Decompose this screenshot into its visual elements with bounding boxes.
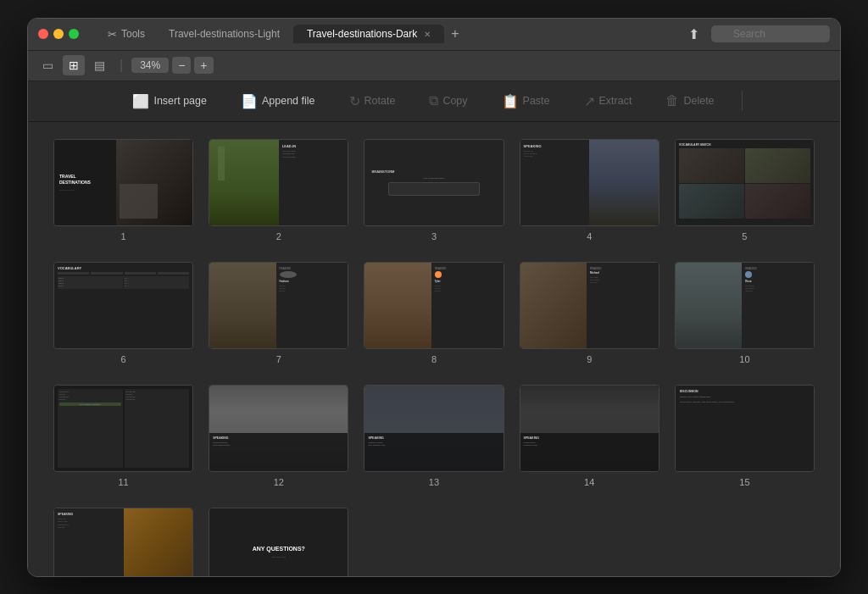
close-button[interactable] [38,29,48,39]
paste-icon: 📋 [502,93,519,109]
copy-button[interactable]: ⧉ Copy [422,90,474,112]
list-view-button[interactable]: ▤ [88,55,111,75]
slide-item[interactable]: READING Tyler text linetext linetext lin… [364,262,504,364]
view-toolbar: ▭ ⊞ ▤ | 34% − + [28,51,840,81]
slide-number: 10 [739,354,749,364]
slide-item[interactable]: SPEAKING speaking activitydiscussion pro… [520,385,659,487]
app-window: ✂ Tools Travel-destinations-Light Travel… [27,18,841,577]
slide-number: 15 [739,477,749,487]
toolbar-separator [742,91,743,111]
slide-thumbnail: ANY QUESTIONS? slide footer text [209,508,348,575]
slide-thumbnail: LEAD-IN • text line here• another line• … [209,139,348,226]
search-input[interactable] [711,25,830,42]
extract-icon: ↗ [584,93,595,109]
slide-thumbnail: VOCABULARY MATCH [675,139,815,226]
slide-item[interactable]: SPEAKING discussion questionabout speaki… [209,385,348,487]
titlebar: ✂ Tools Travel-destinations-Light Travel… [28,19,840,51]
slide-item[interactable]: READING Hudson text linetext linetext li… [209,262,348,364]
slide-number: 1 [121,231,126,241]
slide-item[interactable]: SPEAKING discussion questionabout speaki… [364,385,504,487]
slide-thumbnail: READING Hudson text linetext linetext li… [209,262,348,349]
slide-thumbnail: SPEAKING discussion questionabout speaki… [364,385,504,472]
slide-thumbnail: READING Michael text contenttext content… [520,262,659,349]
slide-item[interactable]: ANY QUESTIONS? slide footer text 17 [209,508,348,575]
slide-number: 3 [431,231,437,241]
insert-page-icon: ⬜ [132,93,149,109]
slide-thumbnail: READING Rosa text contenttext contentmor… [675,262,815,349]
slide-number: 4 [587,231,592,241]
single-view-button[interactable]: ▭ [36,55,59,75]
slide-number: 8 [431,354,437,364]
delete-button[interactable]: 🗑 Delete [659,90,721,112]
paste-button[interactable]: 📋 Paste [495,90,557,113]
tab-close-icon[interactable]: ✕ [424,30,431,39]
copy-icon: ⧉ [429,93,438,108]
slide-item[interactable]: VOCABULARY word 1word 2word 3word 4 def … [53,262,193,364]
window-controls [38,29,79,39]
slide-item[interactable]: TRAVELDESTINATIONS ────────── 1 [53,139,193,241]
titlebar-right: ⬆ 🔍 [683,25,830,44]
slide-thumbnail: TRAVELDESTINATIONS ────────── [53,139,193,226]
slide-number: 11 [118,477,128,487]
slide-number: 14 [584,477,594,487]
delete-icon: 🗑 [665,93,679,108]
minimize-button[interactable] [53,29,64,39]
tools-icon: ✂ [108,28,117,41]
slide-thumbnail: text text texttext texttext text texttex… [53,385,193,472]
slide-thumbnail: VOCABULARY word 1word 2word 3word 4 def … [53,262,193,349]
tab-light[interactable]: Travel-destinations-Light [155,25,293,43]
tab-add-button[interactable]: + [444,25,465,43]
slide-number: 13 [429,477,439,487]
slide-item[interactable]: text text texttext texttext text texttex… [53,385,193,487]
slide-item[interactable]: VOCABULARY MATCH 5 [675,139,815,241]
rotate-button[interactable]: ↻ Rotate [342,90,403,113]
slide-number: 5 [742,231,747,241]
slide-item[interactable]: DISCUSSION What is your country famous f… [675,385,815,487]
insert-page-button[interactable]: ⬜ Insert page [125,90,214,113]
slide-item[interactable]: BRAINSTORM Why do people travel? 3 [364,139,504,241]
tabs-container: ✂ Tools Travel-destinations-Light Travel… [97,25,683,44]
slide-item[interactable]: READING Rosa text contenttext contentmor… [675,262,815,364]
slide-thumbnail: SPEAKING question texthere for speakinga… [520,139,659,226]
tools-label: Tools [121,28,145,40]
slide-item[interactable]: SPEAKING activity texthere for slidecont… [53,508,193,575]
tab-dark[interactable]: Travel-destinations-Dark ✕ [293,25,444,43]
slide-thumbnail: SPEAKING activity texthere for slidecont… [53,508,193,575]
slide-item[interactable]: LEAD-IN • text line here• another line• … [209,139,348,241]
slide-grid: TRAVELDESTINATIONS ────────── 1 LEAD-IN … [53,139,815,576]
slide-thumbnail: DISCUSSION What is your country famous f… [675,385,815,472]
slide-thumbnail: READING Tyler text linetext linetext lin… [364,262,504,349]
slide-thumbnail: BRAINSTORM Why do people travel? [364,139,504,226]
slide-number: 7 [276,354,281,364]
slide-thumbnail: SPEAKING speaking activitydiscussion pro… [520,385,659,472]
slide-item[interactable]: SPEAKING question texthere for speakinga… [520,139,659,241]
append-file-button[interactable]: 📄 Append file [234,90,322,113]
share-button[interactable]: ⬆ [683,25,704,44]
slide-number: 6 [121,354,126,364]
grid-view-button[interactable]: ⊞ [63,55,85,75]
rotate-icon: ↻ [349,93,360,109]
slide-number: 2 [276,231,281,241]
tools-menu[interactable]: ✂ Tools [97,25,155,44]
search-wrapper: 🔍 [711,25,830,42]
maximize-button[interactable] [69,29,79,39]
slide-number: 12 [274,477,284,487]
zoom-level: 34% [131,58,169,73]
slide-number: 9 [587,354,592,364]
extract-button[interactable]: ↗ Extract [577,90,639,113]
zoom-in-button[interactable]: + [194,57,213,74]
slide-item[interactable]: READING Michael text contenttext content… [520,262,659,364]
slide-grid-container[interactable]: TRAVELDESTINATIONS ────────── 1 LEAD-IN … [28,122,840,576]
append-file-icon: 📄 [241,93,258,109]
action-toolbar: ⬜ Insert page 📄 Append file ↻ Rotate ⧉ C… [28,81,840,122]
zoom-out-button[interactable]: − [172,57,191,74]
slide-thumbnail: SPEAKING discussion questionabout speaki… [209,385,348,472]
